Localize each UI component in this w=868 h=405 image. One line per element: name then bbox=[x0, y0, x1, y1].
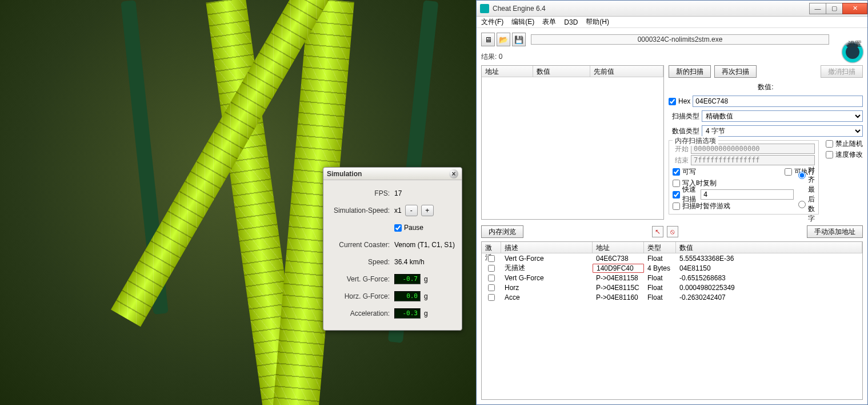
coaster-label: Current Coaster: bbox=[329, 241, 394, 249]
simspeed-minus-button[interactable]: - bbox=[405, 205, 418, 216]
row-type: Float bbox=[644, 255, 676, 263]
simulation-title-text: Simulation bbox=[327, 170, 362, 178]
valtype-label: 数值类型 bbox=[669, 126, 699, 136]
fastscan-value[interactable] bbox=[701, 189, 794, 200]
save-button[interactable]: 💾 bbox=[512, 33, 526, 46]
speed-label: Speed: bbox=[329, 258, 394, 266]
row-value: -0.2630242407 bbox=[676, 293, 862, 301]
row-active-checkbox[interactable] bbox=[488, 294, 495, 301]
row-active-checkbox[interactable] bbox=[488, 255, 495, 262]
table-row[interactable]: Vert G-Force04E6C738Float5.555433368E-36 bbox=[482, 253, 862, 263]
row-active-checkbox[interactable] bbox=[488, 284, 495, 291]
row-type: Float bbox=[644, 284, 676, 292]
row-type: Float bbox=[644, 274, 676, 282]
col-value[interactable]: 数值 bbox=[676, 242, 862, 253]
writable-checkbox[interactable] bbox=[673, 168, 680, 176]
simulation-titlebar[interactable]: Simulation × bbox=[323, 168, 462, 180]
row-desc: Acce bbox=[501, 293, 593, 301]
close-icon[interactable]: × bbox=[449, 169, 458, 178]
menu-file[interactable]: 文件(F) bbox=[481, 17, 503, 27]
hgf-value: 0.0 bbox=[394, 291, 421, 301]
col-active[interactable]: 激活 bbox=[482, 242, 501, 253]
fps-value: 17 bbox=[394, 189, 402, 197]
fastscan-checkbox[interactable] bbox=[673, 191, 680, 198]
norandom-checkbox[interactable] bbox=[826, 140, 833, 148]
row-type: 4 Bytes bbox=[644, 264, 676, 272]
row-value: 04E81150 bbox=[676, 264, 862, 272]
table-row[interactable]: AcceP->04E81160Float-0.2630242407 bbox=[482, 292, 862, 302]
menu-d3d[interactable]: D3D bbox=[564, 18, 578, 26]
hex-label: Hex bbox=[678, 97, 690, 105]
col-value[interactable]: 数值 bbox=[533, 66, 590, 77]
lastdigit-radio[interactable] bbox=[798, 201, 806, 208]
hex-checkbox[interactable] bbox=[669, 98, 676, 105]
ce-titlebar[interactable]: Cheat Engine 6.4 — ▢ ✕ bbox=[477, 1, 867, 17]
results-label: 结果: bbox=[481, 53, 497, 61]
row-desc: Vert G-Force bbox=[501, 274, 593, 282]
minimize-button[interactable]: — bbox=[809, 3, 826, 14]
row-addr: 04E6C738 bbox=[593, 255, 644, 263]
close-button[interactable]: ✕ bbox=[842, 3, 867, 14]
open-process-button[interactable]: 🖥 bbox=[481, 33, 495, 46]
maximize-button[interactable]: ▢ bbox=[826, 3, 843, 14]
row-addr: P->04E81158 bbox=[593, 274, 644, 282]
g-unit: g bbox=[424, 275, 428, 283]
ce-menubar: 文件(F) 编辑(E) 表单 D3D 帮助(H) bbox=[477, 17, 867, 28]
g-unit: g bbox=[424, 309, 428, 317]
row-desc: 无描述 bbox=[501, 263, 593, 273]
speedhack-checkbox[interactable] bbox=[826, 151, 833, 158]
executable-checkbox[interactable] bbox=[785, 168, 792, 176]
table-row[interactable]: Vert G-ForceP->04E81158Float-0.651526868… bbox=[482, 273, 862, 283]
manual-add-button[interactable]: 手动添加地址 bbox=[807, 225, 863, 238]
menu-help[interactable]: 帮助(H) bbox=[586, 17, 609, 27]
memory-browse-button[interactable]: 内存浏览 bbox=[481, 225, 523, 238]
found-addresses-list[interactable]: 地址 数值 先前值 bbox=[481, 65, 664, 220]
open-file-button[interactable]: 📂 bbox=[497, 33, 510, 46]
next-scan-button[interactable]: 再次扫描 bbox=[714, 65, 757, 78]
row-addr: 140D9FC40 bbox=[593, 264, 644, 273]
g-unit: g bbox=[424, 292, 428, 300]
simspeed-value: x1 bbox=[394, 207, 402, 215]
ce-app-icon bbox=[480, 4, 489, 13]
new-scan-button[interactable]: 新的扫描 bbox=[669, 65, 711, 78]
col-previous[interactable]: 先前值 bbox=[590, 66, 663, 77]
undo-scan-button: 撤消扫描 bbox=[821, 65, 863, 78]
row-active-checkbox[interactable] bbox=[488, 275, 495, 281]
valtype-select[interactable]: 4 字节 bbox=[702, 125, 863, 137]
row-value: 0.0004980225349 bbox=[676, 284, 862, 292]
scantype-label: 扫描类型 bbox=[669, 112, 699, 121]
stop-label: 结束 bbox=[673, 156, 689, 165]
acc-label: Acceleration: bbox=[329, 309, 394, 317]
table-row[interactable]: HorzP->04E8115CFloat0.0004980225349 bbox=[482, 283, 862, 292]
address-table: 激活 描述 地址 类型 数值 Vert G-Force04E6C738Float… bbox=[481, 241, 863, 400]
menu-table[interactable]: 表单 bbox=[542, 17, 556, 27]
acc-value: -0.3 bbox=[394, 308, 421, 319]
value-input[interactable] bbox=[693, 96, 863, 107]
table-row[interactable]: 无描述140D9FC404 Bytes04E81150 bbox=[482, 263, 862, 273]
hgf-label: Horz. G-Force: bbox=[329, 292, 394, 300]
pointer-icon[interactable]: ↖ bbox=[652, 226, 663, 237]
ce-toolbar: 🖥 📂 💾 0000324C-nolimits2stm.exe bbox=[477, 28, 867, 51]
align-radio[interactable] bbox=[798, 172, 806, 179]
row-desc: Horz bbox=[501, 284, 593, 292]
scantype-select[interactable]: 精确数值 bbox=[702, 110, 863, 122]
col-addr[interactable]: 地址 bbox=[593, 242, 644, 253]
row-value: -0.6515268683 bbox=[676, 274, 862, 282]
memopt-title: 内存扫描选项 bbox=[673, 136, 718, 146]
pause-label: Pause bbox=[404, 224, 423, 232]
menu-edit[interactable]: 编辑(E) bbox=[511, 17, 534, 27]
pause-checkbox[interactable] bbox=[394, 224, 402, 232]
col-desc[interactable]: 描述 bbox=[501, 242, 593, 253]
pausewhile-checkbox[interactable] bbox=[673, 202, 680, 210]
row-addr: P->04E8115C bbox=[593, 284, 644, 292]
row-active-checkbox[interactable] bbox=[488, 265, 495, 272]
ce-title-text: Cheat Engine 6.4 bbox=[493, 5, 546, 13]
row-addr: P->04E81160 bbox=[593, 293, 644, 301]
col-type[interactable]: 类型 bbox=[644, 242, 676, 253]
stop-icon[interactable]: ⦸ bbox=[667, 226, 678, 237]
col-address[interactable]: 地址 bbox=[482, 66, 533, 77]
coaster-value: Venom (T1, C1, S1) bbox=[394, 241, 455, 249]
stop-input[interactable] bbox=[691, 155, 815, 165]
settings-link[interactable]: 设置 bbox=[848, 39, 862, 49]
simspeed-plus-button[interactable]: + bbox=[421, 205, 434, 216]
